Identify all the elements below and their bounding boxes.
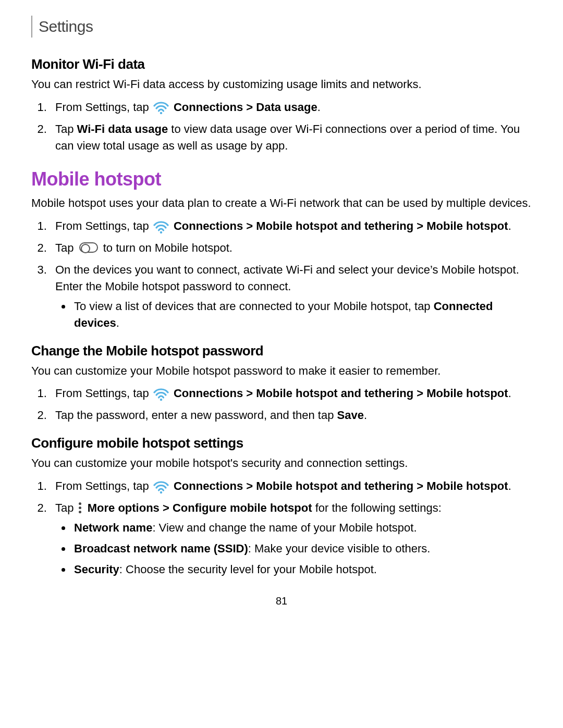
paragraph: Mobile hotspot uses your data plan to cr…	[31, 195, 532, 212]
text: : Choose the security level for your Mob…	[119, 563, 377, 576]
heading-mobile-hotspot: Mobile hotspot	[31, 168, 532, 190]
sub-bullets: Network name: View and change the name o…	[55, 520, 532, 578]
step-item: From Settings, tap Connections > Data us…	[50, 99, 532, 116]
step-item: From Settings, tap Connections > Mobile …	[50, 385, 532, 402]
step-item: Tap More options > Configure mobile hots…	[50, 500, 532, 578]
sub-bullets: To view a list of devices that are conne…	[55, 298, 532, 331]
wifi-icon	[153, 101, 169, 113]
heading-configure-hotspot: Configure mobile hotspot settings	[31, 435, 532, 451]
bold-text: Connections > Mobile hotspot and tetheri…	[174, 479, 508, 492]
step-item: From Settings, tap Connections > Mobile …	[50, 478, 532, 495]
heading-change-password: Change the Mobile hotspot password	[31, 343, 532, 359]
bullet-item: Security: Choose the security level for …	[72, 561, 532, 578]
text: From Settings, tap	[55, 479, 152, 492]
bold-text: Connections > Mobile hotspot and tetheri…	[174, 387, 508, 400]
more-options-icon	[78, 502, 82, 514]
toggle-off-icon	[79, 242, 98, 253]
text: From Settings, tap	[55, 101, 152, 114]
bold-text: Wi-Fi data usage	[77, 122, 168, 135]
wifi-icon	[153, 220, 169, 232]
breadcrumb-text: Settings	[39, 18, 93, 35]
bullet-item: Network name: View and change the name o…	[72, 520, 532, 536]
bold-text: Connections > Data usage	[174, 101, 317, 114]
page-number: 81	[31, 595, 532, 607]
text: : Make your device visible to others.	[248, 542, 431, 555]
text: Tap	[55, 122, 77, 135]
text: On the devices you want to connect, acti…	[55, 263, 519, 293]
bold-text: Save	[337, 409, 364, 422]
text: for the following settings:	[312, 501, 442, 514]
step-item: Tap the password, enter a new password, …	[50, 407, 532, 424]
paragraph: You can restrict Wi-Fi data access by cu…	[31, 77, 532, 93]
breadcrumb: Settings	[31, 16, 532, 38]
steps-list: From Settings, tap Connections > Mobile …	[31, 478, 532, 577]
step-item: From Settings, tap Connections > Mobile …	[50, 218, 532, 235]
text: to turn on Mobile hotspot.	[103, 241, 232, 254]
step-item: On the devices you want to connect, acti…	[50, 262, 532, 331]
step-item: Tap Wi-Fi data usage to view data usage …	[50, 121, 532, 154]
wifi-icon	[153, 480, 169, 492]
text: Tap	[55, 501, 77, 514]
paragraph: You can customize your mobile hotspot's …	[31, 455, 532, 472]
steps-list: From Settings, tap Connections > Mobile …	[31, 385, 532, 424]
text: Tap	[55, 241, 77, 254]
wifi-icon	[153, 387, 169, 400]
text: Tap the password, enter a new password, …	[55, 409, 337, 422]
text: From Settings, tap	[55, 219, 152, 232]
text: To view a list of devices that are conne…	[74, 300, 434, 313]
step-item: Tap to turn on Mobile hotspot.	[50, 240, 532, 256]
bold-text: Connections > Mobile hotspot and tetheri…	[174, 219, 508, 232]
bullet-item: To view a list of devices that are conne…	[72, 298, 532, 331]
bullet-item: Broadcast network name (SSID): Make your…	[72, 540, 532, 557]
bold-text: More options > Configure mobile hotspot	[88, 501, 312, 514]
steps-list: From Settings, tap Connections > Mobile …	[31, 218, 532, 331]
bold-text: Network name	[74, 521, 152, 534]
text: From Settings, tap	[55, 387, 152, 400]
bold-text: Security	[74, 563, 119, 576]
bold-text: Broadcast network name (SSID)	[74, 542, 248, 555]
document-page: Settings Monitor Wi-Fi data You can rest…	[0, 0, 563, 618]
steps-list: From Settings, tap Connections > Data us…	[31, 99, 532, 154]
paragraph: You can customize your Mobile hotspot pa…	[31, 363, 532, 379]
text: : View and change the name of your Mobil…	[152, 521, 417, 534]
heading-monitor-wifi: Monitor Wi-Fi data	[31, 56, 532, 72]
